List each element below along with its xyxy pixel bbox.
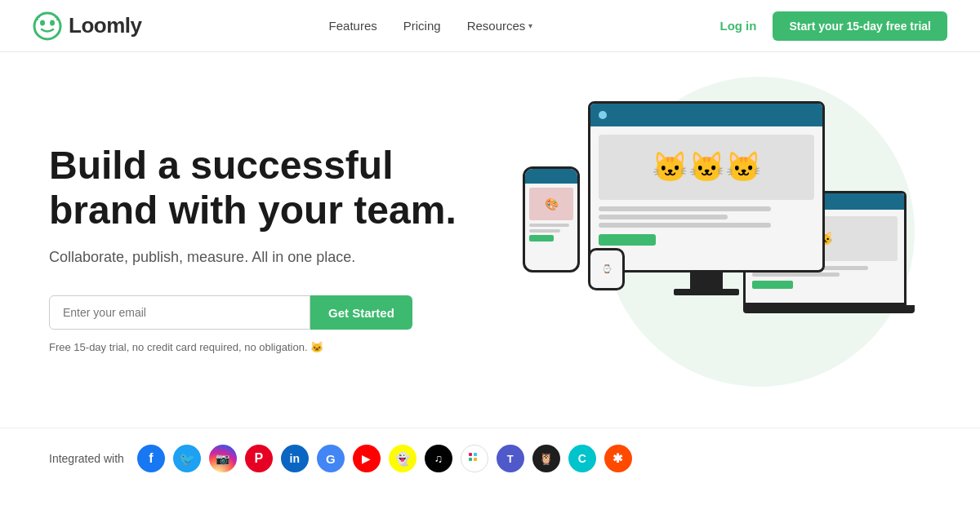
phone-text-line <box>529 229 560 233</box>
phone-frame: 🎨 <box>523 166 580 273</box>
trial-button[interactable]: Start your 15-day free trial <box>773 11 947 41</box>
teams-icon: T <box>497 445 524 472</box>
svg-rect-6 <box>474 458 477 461</box>
monitor-image: 🐱🐱🐱 <box>599 135 814 200</box>
svg-rect-4 <box>474 453 477 456</box>
facebook-icon: f <box>137 445 165 472</box>
google-icon: G <box>317 445 345 472</box>
hero-disclaimer: Free 15-day trial, no credit card requir… <box>49 341 474 353</box>
text-line <box>599 215 728 219</box>
loomly-logo-icon <box>33 11 62 41</box>
integrations-label: Integrated with <box>49 452 124 465</box>
nav-actions: Log in Start your 15-day free trial <box>719 11 947 41</box>
monitor-content: 🐱🐱🐱 <box>590 126 822 254</box>
phone-text-line <box>529 224 569 227</box>
monitor-text <box>599 206 814 228</box>
illustration-cats: 🐱🐱🐱 <box>652 150 762 184</box>
integrations-bar: Integrated with f 🐦 📷 P in G ▶ 👻 ♫ T 🦉 C… <box>0 428 980 489</box>
monitor-bar <box>590 104 822 126</box>
youtube-icon: ▶ <box>353 445 381 472</box>
phone-cta <box>529 235 554 241</box>
logo[interactable]: Loomly <box>33 11 141 41</box>
integration-icons-list: f 🐦 📷 P in G ▶ 👻 ♫ T 🦉 C ✱ <box>137 445 632 472</box>
monitor-dot <box>599 111 607 119</box>
hero-illustration: 🐱🐱🐱 🐱 <box>474 85 931 411</box>
chevron-down-icon: ▾ <box>528 21 532 30</box>
monitor-stand <box>690 273 723 289</box>
watch-illustration: ⌚ <box>588 248 625 290</box>
linkedin-icon: in <box>281 445 309 472</box>
hero-subtitle: Collaborate, publish, measure. All in on… <box>49 249 474 266</box>
tiktok-icon: ♫ <box>425 445 452 472</box>
svg-rect-5 <box>469 458 472 461</box>
svg-point-2 <box>50 20 55 25</box>
hero-title: Build a successful brand with your team. <box>49 143 474 233</box>
hero-section: Build a successful brand with your team.… <box>0 52 980 428</box>
text-line <box>599 206 771 211</box>
navbar: Loomly Features Pricing Resources ▾ Log … <box>0 0 980 52</box>
svg-point-1 <box>40 20 45 25</box>
phone-illustration: 🎨 <box>523 166 580 273</box>
instagram-icon: 📷 <box>209 445 237 472</box>
text-line <box>599 223 771 228</box>
get-started-button[interactable]: Get Started <box>310 295 412 330</box>
laptop-base <box>743 305 915 313</box>
monitor-cta <box>599 234 656 246</box>
snapchat-icon: 👻 <box>389 445 416 472</box>
twitter-icon: 🐦 <box>173 445 201 472</box>
monitor-frame: 🐱🐱🐱 <box>588 101 825 273</box>
monitor-base <box>674 289 739 295</box>
nav-pricing[interactable]: Pricing <box>403 19 441 33</box>
hero-form: Get Started <box>49 295 474 330</box>
watch-frame: ⌚ <box>588 248 625 290</box>
pinterest-icon: P <box>245 445 273 472</box>
logo-text: Loomly <box>69 13 141 38</box>
email-input[interactable] <box>49 295 310 330</box>
watch-content: ⌚ <box>602 264 612 274</box>
phone-image: 🎨 <box>529 188 573 220</box>
hero-content: Build a successful brand with your team.… <box>49 143 474 353</box>
canva-icon: C <box>568 445 596 472</box>
phone-bar <box>525 169 577 184</box>
nav-features[interactable]: Features <box>329 19 377 33</box>
login-button[interactable]: Log in <box>719 19 756 33</box>
phone-content: 🎨 <box>525 184 577 246</box>
nav-links: Features Pricing Resources ▾ <box>329 19 533 33</box>
svg-rect-3 <box>469 453 472 456</box>
hootsuite-icon: 🦉 <box>532 445 560 472</box>
slack-icon <box>461 445 488 472</box>
nav-resources[interactable]: Resources ▾ <box>467 19 533 33</box>
zapier-icon: ✱ <box>604 445 632 472</box>
